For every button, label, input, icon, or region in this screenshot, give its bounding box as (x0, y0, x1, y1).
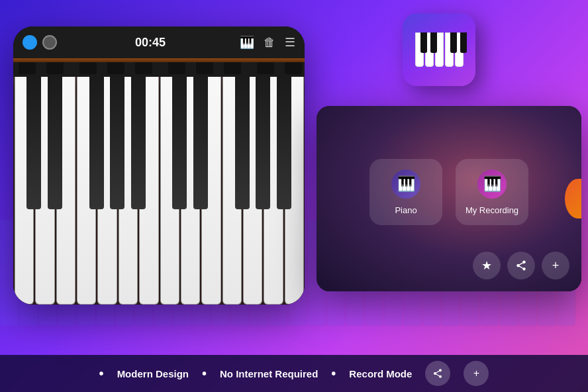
piano-menu-card[interactable]: 🎹 Piano (369, 159, 442, 225)
piano-white-key[interactable] (15, 77, 34, 305)
no-internet-text: No Internet Required (220, 368, 318, 379)
phone-left: 00:45 🎹 🗑 ☰ (13, 26, 305, 305)
piano-white-key[interactable] (56, 77, 75, 305)
phone-right: 🎹 Piano 🎹 My Recording ★ + (317, 106, 581, 291)
stop-button[interactable] (42, 35, 57, 50)
record-mode-text: Record Mode (349, 368, 412, 379)
modern-design-text: Modern Design (117, 368, 189, 379)
piano-card-icon: 🎹 (391, 170, 420, 199)
piano-toolbar: 00:45 🎹 🗑 ☰ (13, 26, 305, 58)
recording-card-label: My Recording (466, 205, 518, 215)
piano-white-key[interactable] (35, 77, 54, 305)
piano-card-label: Piano (395, 205, 416, 215)
bottom-add-button[interactable]: + (464, 361, 489, 386)
toolbar-icons: 🎹 🗑 ☰ (240, 35, 295, 50)
piano-white-key[interactable] (181, 77, 200, 305)
piano-white-key[interactable] (77, 77, 96, 305)
piano-white-key[interactable] (97, 77, 117, 305)
recording-card-icon: 🎹 (477, 170, 507, 199)
side-decoration (565, 179, 581, 219)
trash-icon[interactable]: 🗑 (264, 36, 275, 50)
piano-white-key[interactable] (285, 77, 304, 305)
piano-white-key[interactable] (201, 77, 220, 305)
piano-white-key[interactable] (264, 77, 283, 305)
menu-icon[interactable]: ☰ (285, 35, 295, 50)
bullet-1: • (99, 366, 104, 381)
keys-top-row (13, 58, 305, 77)
bullet-2: • (202, 366, 207, 381)
bullet-3: • (331, 366, 336, 381)
piano-icon[interactable]: 🎹 (240, 35, 254, 50)
phone-right-screen: 🎹 Piano 🎹 My Recording ★ + (317, 106, 581, 291)
add-button[interactable]: + (542, 252, 569, 279)
timer-display: 00:45 (66, 36, 234, 50)
star-button[interactable]: ★ (473, 252, 501, 279)
recording-menu-card[interactable]: 🎹 My Recording (456, 159, 528, 225)
bottom-bar: • Modern Design • No Internet Required •… (0, 355, 588, 392)
share-button[interactable] (507, 252, 535, 279)
piano-white-key[interactable] (160, 77, 179, 305)
menu-cards: 🎹 Piano 🎹 My Recording (369, 159, 528, 225)
piano-white-key[interactable] (139, 77, 158, 305)
record-button[interactable] (23, 35, 37, 50)
phone-right-actions: ★ + (473, 252, 569, 279)
piano-white-key[interactable] (119, 77, 138, 305)
app-icon (403, 13, 475, 86)
piano-keys-area (13, 77, 305, 305)
feature-no-internet: No Internet Required (220, 368, 318, 379)
feature-modern-design: Modern Design (117, 368, 189, 379)
bottom-share-button[interactable] (425, 361, 450, 386)
piano-white-key[interactable] (222, 77, 242, 305)
piano-white-key[interactable] (243, 77, 262, 305)
feature-record-mode: Record Mode (349, 368, 412, 379)
